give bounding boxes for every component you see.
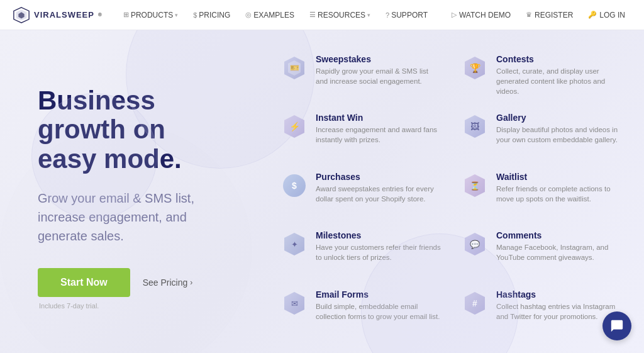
nav-examples-circle-icon: ◎ bbox=[245, 11, 252, 19]
instant-win-desc: Increase engagement and award fans insta… bbox=[316, 125, 441, 145]
nav-register[interactable]: ♛ REGISTER bbox=[519, 7, 579, 23]
svg-text:#: # bbox=[472, 298, 477, 308]
waitlist-text: Waitlist Refer friends or complete actio… bbox=[496, 172, 621, 204]
instant-win-icon: ⚡ bbox=[280, 113, 308, 140]
nav-examples[interactable]: ◎ EXAMPLES bbox=[239, 7, 301, 23]
svg-text:🏆: 🏆 bbox=[470, 63, 481, 74]
comments-icon: 💬 bbox=[461, 230, 489, 258]
chat-icon bbox=[610, 319, 624, 333]
comments-desc: Manage Facebook, Instagram, and YouTube … bbox=[496, 242, 621, 262]
email-forms-text: Email Forms Build simple, embeddable ema… bbox=[316, 289, 441, 322]
svg-text:💬: 💬 bbox=[470, 239, 480, 250]
logo[interactable]: VIRALSWEEP ® bbox=[13, 6, 102, 24]
hero-section: Business growth on easy mode. Grow your … bbox=[0, 30, 252, 353]
product-purchases[interactable]: $ Purchases Award sweepstakes entries fo… bbox=[277, 167, 445, 223]
chat-support-button[interactable] bbox=[602, 311, 631, 340]
hashtags-desc: Collect hashtag entries via Instagram an… bbox=[496, 301, 621, 322]
svg-text:✦: ✦ bbox=[291, 240, 298, 249]
hashtags-name: Hashtags bbox=[496, 289, 621, 300]
nav-right-links: ▷ WATCH DEMO ♛ REGISTER 🔑 LOG IN bbox=[445, 7, 631, 23]
trial-text: Includes 7-day trial. bbox=[39, 302, 226, 310]
hero-cta-group: Start Now See Pricing › bbox=[38, 268, 226, 297]
contests-name: Contests bbox=[496, 54, 621, 64]
comments-name: Comments bbox=[496, 230, 621, 240]
nav-pricing-dollar-icon: $ bbox=[193, 11, 197, 19]
milestones-name: Milestones bbox=[316, 230, 441, 240]
play-icon: ▷ bbox=[452, 11, 457, 19]
waitlist-desc: Refer friends or complete actions to mov… bbox=[496, 184, 621, 204]
key-icon: 🔑 bbox=[588, 11, 597, 19]
logo-text: VIRALSWEEP bbox=[34, 10, 94, 20]
sweepstakes-icon: 🎫 bbox=[280, 54, 308, 82]
nav-resources-menu-icon: ☰ bbox=[309, 11, 316, 19]
product-contests[interactable]: 🏆 Contests Collect, curate, and display … bbox=[457, 49, 625, 105]
product-sweepstakes[interactable]: 🎫 Sweepstakes Rapidly grow your email & … bbox=[277, 49, 445, 105]
product-milestones[interactable]: ✦ Milestones Have your customers refer t… bbox=[277, 225, 445, 281]
comments-text: Comments Manage Facebook, Instagram, and… bbox=[496, 230, 621, 262]
purchases-text: Purchases Award sweepstakes entries for … bbox=[316, 172, 441, 204]
see-pricing-button[interactable]: See Pricing › bbox=[143, 277, 193, 288]
svg-text:$: $ bbox=[292, 181, 297, 191]
milestones-desc: Have your customers refer their friends … bbox=[316, 242, 441, 262]
nav-watch-demo[interactable]: ▷ WATCH DEMO bbox=[445, 7, 517, 23]
instant-win-text: Instant Win Increase engagement and awar… bbox=[316, 113, 441, 145]
logo-icon bbox=[13, 6, 30, 24]
contests-desc: Collect, curate, and display user genera… bbox=[496, 66, 621, 96]
nav-products[interactable]: ⊞ PRODUCTS ▾ bbox=[117, 7, 184, 23]
svg-text:⚡: ⚡ bbox=[289, 121, 301, 132]
see-pricing-label: See Pricing bbox=[143, 277, 188, 288]
purchases-icon: $ bbox=[280, 172, 308, 199]
products-grid: 🎫 Sweepstakes Rapidly grow your email & … bbox=[252, 30, 644, 353]
product-waitlist[interactable]: ⏳ Waitlist Refer friends or complete act… bbox=[457, 167, 625, 223]
register-icon: ♛ bbox=[526, 11, 532, 19]
hero-headline: Business growth on easy mode. bbox=[38, 86, 226, 174]
nav-resources[interactable]: ☰ RESOURCES ▾ bbox=[303, 7, 377, 23]
product-comments[interactable]: 💬 Comments Manage Facebook, Instagram, a… bbox=[457, 225, 625, 281]
gallery-text: Gallery Display beautiful photos and vid… bbox=[496, 113, 621, 145]
purchases-name: Purchases bbox=[316, 172, 441, 182]
svg-text:⏳: ⏳ bbox=[470, 181, 480, 191]
svg-text:🖼: 🖼 bbox=[470, 121, 479, 132]
sweepstakes-desc: Rapidly grow your email & SMS list and i… bbox=[316, 66, 441, 86]
svg-text:🎫: 🎫 bbox=[290, 63, 299, 72]
milestones-text: Milestones Have your customers refer the… bbox=[316, 230, 441, 262]
nav-support[interactable]: ? SUPPORT bbox=[379, 7, 434, 23]
product-instant-win[interactable]: ⚡ Instant Win Increase engagement and aw… bbox=[277, 108, 445, 164]
sweepstakes-text: Sweepstakes Rapidly grow your email & SM… bbox=[316, 54, 441, 86]
nav-products-box-icon: ⊞ bbox=[123, 11, 129, 19]
gallery-name: Gallery bbox=[496, 113, 621, 123]
gallery-icon: 🖼 bbox=[461, 113, 489, 140]
gallery-desc: Display beautiful photos and videos in y… bbox=[496, 125, 621, 145]
nav-resources-arrow: ▾ bbox=[367, 12, 370, 18]
email-forms-icon: ✉ bbox=[280, 289, 308, 317]
nav-pricing[interactable]: $ PRICING bbox=[187, 7, 236, 23]
nav-products-arrow: ▾ bbox=[175, 12, 178, 18]
nav-login[interactable]: 🔑 LOG IN bbox=[582, 7, 631, 23]
hashtags-icon: # bbox=[461, 289, 489, 317]
instant-win-name: Instant Win bbox=[316, 113, 441, 123]
arrow-right-icon: › bbox=[190, 278, 192, 287]
email-forms-desc: Build simple, embeddable email collectio… bbox=[316, 301, 441, 322]
waitlist-icon: ⏳ bbox=[461, 172, 489, 199]
milestones-icon: ✦ bbox=[280, 230, 308, 258]
contests-icon: 🏆 bbox=[461, 54, 489, 82]
svg-text:✉: ✉ bbox=[291, 299, 298, 308]
hero-subtext: Grow your email & SMS list, increase eng… bbox=[38, 189, 226, 245]
product-hashtags[interactable]: # Hashtags Collect hashtag entries via I… bbox=[457, 284, 625, 340]
product-email-forms[interactable]: ✉ Email Forms Build simple, embeddable e… bbox=[277, 284, 445, 340]
hashtags-text: Hashtags Collect hashtag entries via Ins… bbox=[496, 289, 621, 322]
waitlist-name: Waitlist bbox=[496, 172, 621, 182]
navigation: VIRALSWEEP ® ⊞ PRODUCTS ▾ $ PRICING ◎ EX… bbox=[0, 0, 644, 30]
main-content: Business growth on easy mode. Grow your … bbox=[0, 30, 644, 353]
nav-links: ⊞ PRODUCTS ▾ $ PRICING ◎ EXAMPLES ☰ RESO… bbox=[117, 7, 445, 23]
start-now-button[interactable]: Start Now bbox=[38, 268, 130, 297]
sweepstakes-name: Sweepstakes bbox=[316, 54, 441, 64]
contests-text: Contests Collect, curate, and display us… bbox=[496, 54, 621, 96]
logo-registered: ® bbox=[98, 12, 102, 18]
product-gallery[interactable]: 🖼 Gallery Display beautiful photos and v… bbox=[457, 108, 625, 164]
purchases-desc: Award sweepstakes entries for every doll… bbox=[316, 184, 441, 204]
nav-support-question-icon: ? bbox=[386, 11, 389, 19]
email-forms-name: Email Forms bbox=[316, 289, 441, 300]
